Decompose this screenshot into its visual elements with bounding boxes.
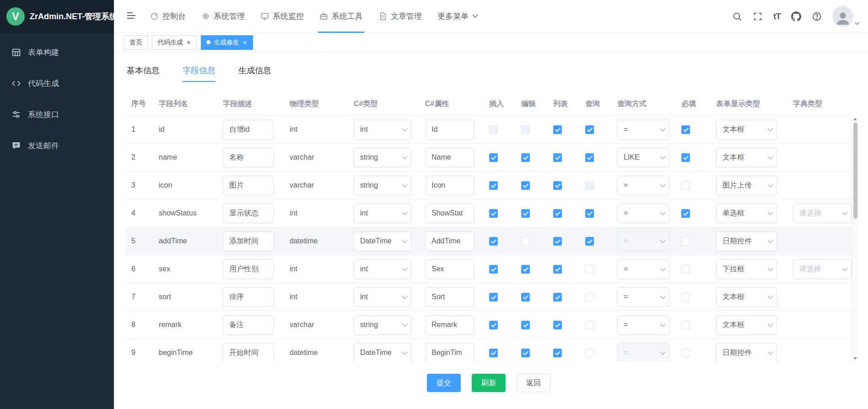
table-scrollbar[interactable] [852,116,858,362]
dict-type-select[interactable]: 请选择 [793,204,852,223]
csharp-type-select[interactable]: int [354,120,411,140]
field-desc-input[interactable] [223,231,274,251]
field-desc-input[interactable] [223,287,274,307]
csharp-prop-input[interactable] [425,231,474,251]
csharp-type-select[interactable]: DateTime [354,343,411,362]
required-checkbox[interactable] [681,125,690,134]
search-icon[interactable] [732,11,742,22]
csharp-type-select[interactable]: string [354,148,411,167]
csharp-prop-input[interactable] [425,287,474,307]
csharp-type-select[interactable]: DateTime [354,231,411,251]
csharp-type-select[interactable]: string [354,176,411,195]
required-checkbox[interactable] [681,321,690,329]
display-type-select[interactable]: 单选框 [716,204,777,223]
tab-field-info[interactable]: 字段信息 [183,65,216,82]
query-checkbox[interactable] [585,321,594,329]
nav-item-system-manage[interactable]: 系统管理 [194,0,253,32]
list-checkbox[interactable] [553,265,562,274]
query-mode-select[interactable]: LIKE [617,148,669,167]
csharp-prop-input[interactable] [425,259,474,279]
insert-checkbox[interactable] [489,237,498,246]
display-type-select[interactable]: 日期控件 [716,343,777,362]
app-logo[interactable]: V ZrAdmin.NET-管理系统 [0,0,114,33]
edit-checkbox[interactable] [521,349,530,357]
csharp-prop-input[interactable] [425,343,474,362]
back-button[interactable]: 返回 [517,374,550,392]
edit-checkbox[interactable] [521,321,530,329]
list-checkbox[interactable] [553,349,562,357]
tab-gen-info[interactable]: 生成信息 [238,65,271,82]
sidebar-item-form-build[interactable]: 表单构建 [0,37,114,68]
submit-button[interactable]: 提交 [427,374,461,392]
insert-checkbox[interactable] [489,209,498,218]
sidebar-item-code-gen[interactable]: 代码生成 [0,68,114,99]
query-mode-select[interactable]: = [617,120,669,140]
refresh-button[interactable]: 刷新 [472,374,506,392]
display-type-select[interactable]: 日期控件 [716,231,777,251]
required-checkbox[interactable] [681,209,690,218]
nav-item-more-menu[interactable]: 更多菜单 [430,0,485,32]
required-checkbox[interactable] [681,237,690,246]
query-checkbox[interactable] [585,349,594,357]
insert-checkbox[interactable] [489,181,498,190]
field-desc-input[interactable] [223,204,274,223]
display-type-select[interactable]: 文本框 [716,287,777,307]
query-checkbox[interactable] [585,153,594,162]
display-type-select[interactable]: 下拉框 [716,259,777,279]
insert-checkbox[interactable] [489,321,498,329]
nav-item-article-manage[interactable]: 文章管理 [371,0,430,32]
edit-checkbox[interactable] [521,153,530,162]
field-desc-input[interactable] [223,259,274,279]
fullscreen-icon[interactable] [753,11,763,22]
insert-checkbox[interactable] [489,349,498,357]
required-checkbox[interactable] [681,349,690,357]
edit-checkbox[interactable] [521,237,530,246]
csharp-type-select[interactable]: int [354,204,411,223]
csharp-prop-input[interactable] [425,315,474,335]
sidebar-item-send-mail[interactable]: 发送邮件 [0,130,114,161]
scrollbar-thumb[interactable] [853,123,857,219]
display-type-select[interactable]: 文本框 [716,120,777,140]
csharp-type-select[interactable]: int [354,287,411,307]
list-checkbox[interactable] [553,321,562,329]
display-type-select[interactable]: 文本框 [716,315,777,335]
edit-checkbox[interactable] [521,181,530,190]
tag-code-gen[interactable]: 代码生成 × [152,35,197,50]
font-size-icon[interactable]: tT [773,11,781,22]
list-checkbox[interactable] [553,209,562,218]
insert-checkbox[interactable] [489,265,498,274]
csharp-type-select[interactable]: int [354,259,411,279]
insert-checkbox[interactable] [489,293,498,301]
required-checkbox[interactable] [681,181,690,190]
insert-checkbox[interactable] [489,153,498,162]
scroll-down-button[interactable] [852,355,858,362]
query-checkbox[interactable] [585,209,594,218]
field-desc-input[interactable] [223,120,274,140]
query-checkbox[interactable] [585,237,594,246]
field-desc-input[interactable] [223,343,274,362]
user-menu[interactable] [832,6,859,27]
tag-home[interactable]: 首页 [124,35,148,50]
tab-basic-info[interactable]: 基本信息 [127,65,160,82]
display-type-select[interactable]: 图片上传 [716,176,777,195]
csharp-type-select[interactable]: string [354,315,411,335]
query-mode-select[interactable]: = [617,204,669,223]
tag-gen-edit[interactable]: 生成修改 × [201,35,253,50]
required-checkbox[interactable] [681,293,690,301]
query-checkbox[interactable] [585,293,594,301]
list-checkbox[interactable] [553,181,562,190]
query-checkbox[interactable] [585,265,594,274]
dict-type-select[interactable]: 请选择 [793,259,852,279]
query-mode-select[interactable]: = [617,315,669,335]
csharp-prop-input[interactable] [425,148,474,167]
query-mode-select[interactable]: = [617,259,669,279]
github-icon[interactable] [791,11,801,22]
edit-checkbox[interactable] [521,209,530,218]
query-checkbox[interactable] [585,125,594,134]
list-checkbox[interactable] [553,237,562,246]
field-desc-input[interactable] [223,148,274,167]
list-checkbox[interactable] [553,125,562,134]
query-mode-select[interactable]: = [617,176,669,195]
edit-checkbox[interactable] [521,293,530,301]
field-desc-input[interactable] [223,315,274,335]
